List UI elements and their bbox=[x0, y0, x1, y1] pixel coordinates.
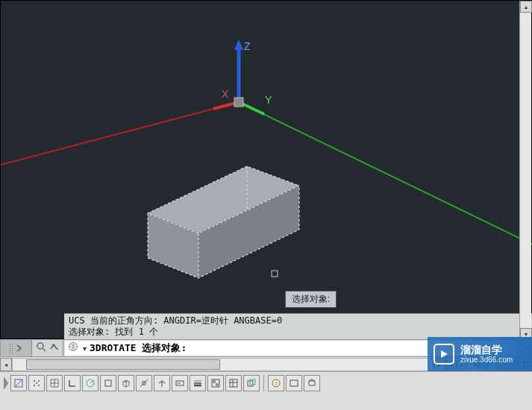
svg-marker-5 bbox=[234, 40, 243, 50]
dynamic-input-toggle[interactable] bbox=[172, 375, 188, 391]
selection-cycling-toggle[interactable] bbox=[243, 375, 260, 391]
svg-line-34 bbox=[140, 379, 148, 387]
selection-tooltip: 选择对象: bbox=[285, 291, 337, 308]
selected-box-solid[interactable] bbox=[148, 166, 299, 278]
quick-properties-toggle[interactable] bbox=[225, 375, 242, 391]
svg-point-27 bbox=[38, 380, 40, 382]
infer-constraints-toggle[interactable] bbox=[10, 375, 27, 391]
svg-text:!: ! bbox=[275, 380, 277, 387]
command-search-icon[interactable] bbox=[36, 341, 46, 355]
svg-point-26 bbox=[34, 380, 35, 382]
play-icon bbox=[434, 344, 454, 365]
watermark-brand: 溜溜自学 bbox=[460, 344, 513, 356]
status-bar-handle[interactable] bbox=[3, 375, 9, 391]
command-history[interactable]: UCS 当前的正角方向: ANGDIR=逆时针 ANGBASE=0 选择对象: … bbox=[64, 313, 532, 340]
snap-mode-toggle[interactable] bbox=[28, 375, 45, 391]
command-prompt: 3DROTATE 选择对象: bbox=[90, 341, 187, 355]
model-space-button[interactable] bbox=[286, 375, 302, 391]
3d-object-snap-toggle[interactable] bbox=[118, 375, 134, 391]
object-snap-toggle[interactable] bbox=[100, 375, 116, 391]
workspace-button[interactable] bbox=[304, 375, 320, 391]
annotation-monitor-toggle[interactable]: ! bbox=[268, 375, 284, 391]
hscroll-left-button[interactable]: ◂ bbox=[0, 358, 12, 371]
svg-line-0 bbox=[1, 102, 239, 165]
command-line-grip[interactable] bbox=[1, 340, 32, 356]
watermark-url: zixue.3d66.com bbox=[460, 356, 513, 365]
svg-rect-51 bbox=[290, 380, 298, 386]
status-bar: ! bbox=[0, 371, 532, 410]
axis-y-label: Y bbox=[265, 94, 272, 106]
horizontal-scrollbar[interactable] bbox=[12, 358, 434, 371]
object-snap-tracking-toggle[interactable] bbox=[136, 375, 152, 391]
svg-line-13 bbox=[43, 348, 46, 351]
transparency-toggle[interactable] bbox=[207, 375, 224, 391]
command-history-line: UCS 当前的正角方向: ANGDIR=逆时针 ANGBASE=0 bbox=[69, 315, 528, 327]
polar-tracking-toggle[interactable] bbox=[82, 375, 98, 391]
hscroll-thumb[interactable] bbox=[26, 359, 220, 370]
ortho-mode-toggle[interactable] bbox=[64, 375, 81, 391]
svg-marker-23 bbox=[4, 376, 8, 390]
svg-rect-43 bbox=[216, 383, 219, 387]
axis-z-label: Z bbox=[244, 40, 251, 52]
svg-rect-33 bbox=[105, 380, 111, 386]
axis-x-label: X bbox=[222, 88, 229, 100]
svg-point-12 bbox=[37, 343, 43, 349]
command-history-line: 选择对象: 找到 1 个 bbox=[69, 327, 528, 338]
svg-line-25 bbox=[15, 379, 22, 387]
vertical-scrollbar[interactable]: ▴ ▾ bbox=[519, 1, 531, 340]
watermark-badge: 溜溜自学 zixue.3d66.com bbox=[428, 337, 532, 371]
command-globe-icon bbox=[68, 341, 78, 355]
svg-rect-44 bbox=[230, 379, 237, 387]
svg-point-29 bbox=[38, 385, 40, 386]
svg-rect-6 bbox=[234, 98, 243, 107]
svg-rect-42 bbox=[212, 379, 216, 383]
model-viewport[interactable]: X Y Z bbox=[0, 0, 532, 339]
grid-display-toggle[interactable] bbox=[46, 375, 63, 391]
lineweight-toggle[interactable] bbox=[190, 375, 206, 391]
command-dropdown-icon[interactable]: ▾ bbox=[83, 344, 87, 353]
command-options-icon[interactable] bbox=[49, 341, 60, 355]
dynamic-ucs-toggle[interactable] bbox=[154, 375, 170, 391]
svg-point-30 bbox=[36, 382, 37, 384]
svg-point-28 bbox=[34, 385, 35, 386]
status-divider bbox=[263, 375, 264, 391]
scroll-up-button[interactable]: ▴ bbox=[520, 1, 532, 13]
svg-marker-22 bbox=[441, 350, 448, 358]
chevron-right-icon bbox=[15, 344, 24, 353]
pickbox-cursor bbox=[272, 271, 278, 277]
